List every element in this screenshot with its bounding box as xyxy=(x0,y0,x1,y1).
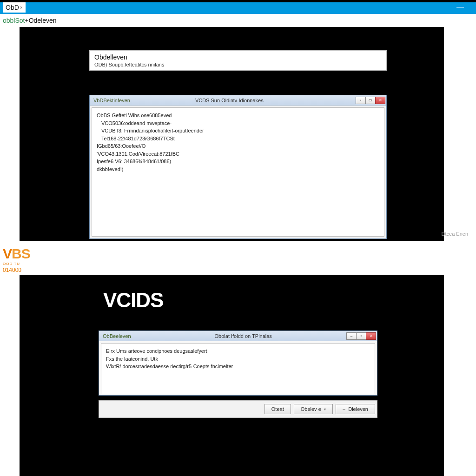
dash-icon: − xyxy=(343,406,345,412)
dialog1-titlebar[interactable]: VbDBektinfeven VCDS Sun Oldintv Idionnak… xyxy=(90,95,386,106)
panel-bottom: VCIDS ObBeeleven Obolat Ifoldd on TPinal… xyxy=(20,275,444,476)
log-line: Fxs the laatconind, Utk xyxy=(106,355,370,363)
dieleven-button[interactable]: −Dieleven xyxy=(336,404,375,414)
oteat-button[interactable]: Oteat xyxy=(264,404,291,414)
obeleve-button[interactable]: Obelev e▾ xyxy=(294,404,333,414)
side-caption: Dtcea Enen xyxy=(442,231,468,237)
chevron-down-icon: ▾ xyxy=(324,407,326,411)
header-subtitle: ODB) Soupb.Iefteatitcs rinilans xyxy=(90,62,386,70)
panel-top: Obdelleven ODB) Soupb.Iefteatitcs rinila… xyxy=(20,27,444,241)
logo-letter-b: B xyxy=(12,246,21,261)
tab-close-icon[interactable]: × xyxy=(20,5,23,10)
logo-letter-s: S xyxy=(21,246,30,261)
dialog1-title-left: VbDBektinfeven xyxy=(93,98,130,103)
brand-left: obblSot xyxy=(3,17,25,24)
logo-sub1: OOD TU xyxy=(3,262,30,266)
dialog2-title-left: ObBeeleven xyxy=(103,333,131,339)
brand-bar: obblSot + Odeleven xyxy=(0,14,476,27)
header-title: Obdelleven xyxy=(90,51,386,62)
logo-sub2: 014000 xyxy=(3,267,30,273)
dialog2-minimize-button[interactable]: – xyxy=(346,332,357,340)
dialog2-button-bar: Oteat Obelev e▾ −Dieleven xyxy=(99,400,377,418)
dialog-vcds-info: VbDBektinfeven VCDS Sun Oldintv Idionnak… xyxy=(89,95,387,239)
dialog-obeleven: ObBeeleven Obolat Ifoldd on TPinalas – ▫… xyxy=(99,331,377,396)
dialog1-close-button[interactable]: ✕ xyxy=(375,97,385,104)
vbs-logo: VBS xyxy=(3,246,30,262)
dialog1-title-center: VCDS Sun Oldintv Idionnakes xyxy=(195,98,264,103)
lower-section: VBS OOD TU 014000 VCIDS ObBeeleven Obola… xyxy=(0,241,476,476)
window-title: ObD xyxy=(6,4,19,11)
log-line: 'VCO43.1301.Cod/Vireecat:8721fBC xyxy=(97,150,379,158)
dialog2-title-center: Obolat Ifoldd on TPinalas xyxy=(215,333,272,339)
log-line: dkbbfeved!) xyxy=(97,165,379,173)
vbs-logo-block: VBS OOD TU 014000 xyxy=(3,246,30,273)
log-line: VCO5036:oddeand mweptace- xyxy=(97,119,379,127)
brand-right: Odeleven xyxy=(29,17,57,24)
dialog2-content: Eirx Ums arteove conciphoes deugsaslefye… xyxy=(101,343,375,394)
dialog1-minimize-button[interactable]: ‹ xyxy=(356,97,366,104)
log-line: Tel168-22\481d723iG686f7TCSt xyxy=(97,135,379,143)
dialog1-maximize-button[interactable]: ▭ xyxy=(365,97,376,104)
log-line: WixtR/ dorcesrradesdaesse rlectirg/r5-Co… xyxy=(106,363,370,370)
logo-letter-v: V xyxy=(3,246,12,261)
log-line: Ipesfe6 V6: 34686¾848d61/086) xyxy=(97,158,379,165)
minimize-icon[interactable]: — xyxy=(456,3,464,11)
brand-mid: + xyxy=(25,17,28,24)
log-line: ObBS Geftetl Wihs ose6885eved xyxy=(97,112,379,119)
log-line: VCDB f3: Frmndanisplochafifert-orputfeen… xyxy=(97,127,379,135)
dialog2-close-button[interactable]: ✕ xyxy=(366,332,376,340)
dialog2-maximize-button[interactable]: ▫ xyxy=(356,332,366,340)
tab-obd[interactable]: ObD × xyxy=(3,2,26,13)
dialog2-titlebar[interactable]: ObBeeleven Obolat Ifoldd on TPinalas – ▫… xyxy=(99,331,377,341)
log-line: Eirx Ums arteove conciphoes deugsaslefye… xyxy=(106,347,370,355)
header-box: Obdelleven ODB) Soupb.Iefteatitcs rinila… xyxy=(89,50,387,71)
log-line: IGbd65/63:Ooefee//O xyxy=(97,142,379,150)
vcds-heading: VCIDS xyxy=(103,289,163,312)
dialog1-content: ObBS Geftetl Wihs ose6885eved VCO5036:od… xyxy=(92,107,384,237)
window-titlebar: ObD × — xyxy=(0,0,476,14)
